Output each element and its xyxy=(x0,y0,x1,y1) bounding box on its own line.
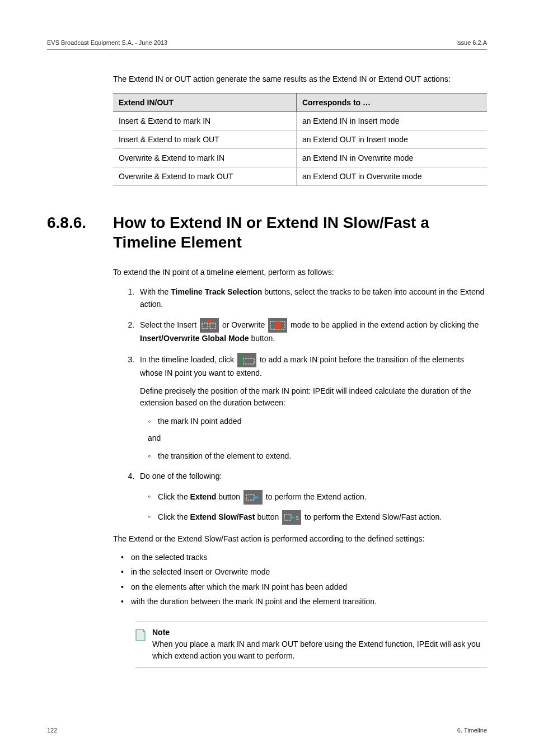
insert-mode-icon xyxy=(200,318,219,333)
step-2: Select the Insert or Overwrite mode to b… xyxy=(137,318,487,345)
table-header-col2: Corresponds to … xyxy=(296,94,487,112)
step-3-sublist: the mark IN point added xyxy=(148,415,487,427)
extend-table: Extend IN/OUT Corresponds to … Insert & … xyxy=(113,93,487,186)
step-2-c: mode to be applied in the extend action … xyxy=(291,320,479,329)
section-heading: 6.8.6. How to Extend IN or Extend IN Slo… xyxy=(47,213,487,252)
closing-bullets: on the selected tracks in the selected I… xyxy=(121,550,487,609)
note-text: Note When you place a mark IN and mark O… xyxy=(152,627,487,662)
step-3-and: and xyxy=(148,432,487,445)
steps-list: With the Timeline Track Selection button… xyxy=(125,286,487,525)
step-3-bullet-1: the mark IN point added xyxy=(148,415,487,427)
overwrite-mode-icon xyxy=(268,318,287,333)
table-cell: an Extend IN in Overwrite mode xyxy=(296,149,487,167)
step-1-bold: Timeline Track Selection xyxy=(171,287,262,296)
table-cell: Overwrite & Extend to mark IN xyxy=(113,149,296,167)
section-number: 6.8.6. xyxy=(47,214,94,232)
table-row: Insert & Extend to mark OUT an Extend OU… xyxy=(113,130,487,149)
table-cell: Insert & Extend to mark OUT xyxy=(113,130,296,149)
footer-chapter: 6. Timeline xyxy=(457,727,487,734)
step-3-sublist-2: the transition of the element to extend. xyxy=(148,450,487,462)
s4b1-mid: button xyxy=(216,492,242,501)
table-cell: an Extend OUT in Overwrite mode xyxy=(296,167,487,186)
closing-bullet: in the selected Insert or Overwrite mode xyxy=(121,564,487,580)
step-3-a: In the timeline loaded, click xyxy=(140,355,236,364)
table-header-col1: Extend IN/OUT xyxy=(113,94,296,112)
s4b1-post: to perform the Extend action. xyxy=(266,492,367,501)
table-cell: Insert & Extend to mark IN xyxy=(113,112,296,130)
table-row: Overwrite & Extend to mark IN an Extend … xyxy=(113,149,487,167)
step-3-p2: Define precisely the position of the mar… xyxy=(140,385,487,409)
note-box: Note When you place a mark IN and mark O… xyxy=(135,622,487,668)
s4b2-bold: Extend Slow/Fast xyxy=(190,512,255,521)
table-row: Overwrite & Extend to mark OUT an Extend… xyxy=(113,167,487,186)
table-cell: an Extend IN in Insert mode xyxy=(296,112,487,130)
closing-paragraph: The Extend or the Extend Slow/Fast actio… xyxy=(113,533,487,545)
footer-page-number: 122 xyxy=(47,727,57,734)
note-body: When you place a mark IN and mark OUT be… xyxy=(152,640,480,660)
header-right: Issue 6.2.A xyxy=(456,39,487,46)
page-header: EVS Broadcast Equipment S.A. - June 2013… xyxy=(47,39,487,50)
svg-rect-7 xyxy=(237,353,256,367)
svg-rect-6 xyxy=(275,321,280,329)
step-2-d: button. xyxy=(249,334,275,343)
extend-slow-fast-button-icon: S xyxy=(282,510,301,525)
closing-bullet: on the selected tracks xyxy=(121,550,487,565)
section-title: How to Extend IN or Extend IN Slow/Fast … xyxy=(113,213,487,252)
step-2-b: or Overwrite xyxy=(222,320,267,329)
s4b2-mid: button xyxy=(255,512,282,521)
table-cell: Overwrite & Extend to mark OUT xyxy=(113,167,296,186)
closing-bullet: on the elements after which the mark IN … xyxy=(121,580,487,595)
step-4: Do one of the following: Click the Exten… xyxy=(137,470,487,525)
note-title: Note xyxy=(152,628,170,637)
svg-text:S: S xyxy=(296,515,299,521)
page-footer: 122 6. Timeline xyxy=(47,727,487,734)
step-4-bullet-2: Click the Extend Slow/Fast button S to p… xyxy=(148,510,487,525)
intro-paragraph-1: The Extend IN or OUT action generate the… xyxy=(113,73,487,85)
step-3-bullet-2: the transition of the element to extend. xyxy=(148,450,487,462)
step-1-pre: With the xyxy=(140,287,171,296)
closing-bullet: with the duration between the mark IN po… xyxy=(121,594,487,609)
step-4-lead: Do one of the following: xyxy=(140,472,222,480)
table-row: Insert & Extend to mark IN an Extend IN … xyxy=(113,112,487,130)
step-3: In the timeline loaded, click to add a m… xyxy=(137,353,487,463)
step-2-a: Select the Insert xyxy=(140,320,199,329)
s4b2-post: to perform the Extend Slow/Fast action. xyxy=(305,512,442,521)
s4b1-bold: Extend xyxy=(190,492,217,501)
step-1: With the Timeline Track Selection button… xyxy=(137,286,487,310)
header-left: EVS Broadcast Equipment S.A. - June 2013 xyxy=(47,39,167,46)
step-4-sublist: Click the Extend button to perform the E… xyxy=(148,490,487,525)
extend-button-icon xyxy=(243,490,263,505)
table-cell: an Extend OUT in Insert mode xyxy=(296,130,487,149)
svg-rect-9 xyxy=(241,355,243,365)
s4b2-pre: Click the xyxy=(158,512,190,521)
mark-in-icon xyxy=(237,353,256,367)
intro-paragraph-2: To extend the IN point of a timeline ele… xyxy=(113,267,487,278)
step-2-bold: Insert/Overwrite Global Mode xyxy=(140,334,249,343)
svg-rect-3 xyxy=(207,319,212,323)
note-icon xyxy=(135,629,146,641)
s4b1-pre: Click the xyxy=(158,492,190,501)
step-4-bullet-1: Click the Extend button to perform the E… xyxy=(148,490,487,505)
